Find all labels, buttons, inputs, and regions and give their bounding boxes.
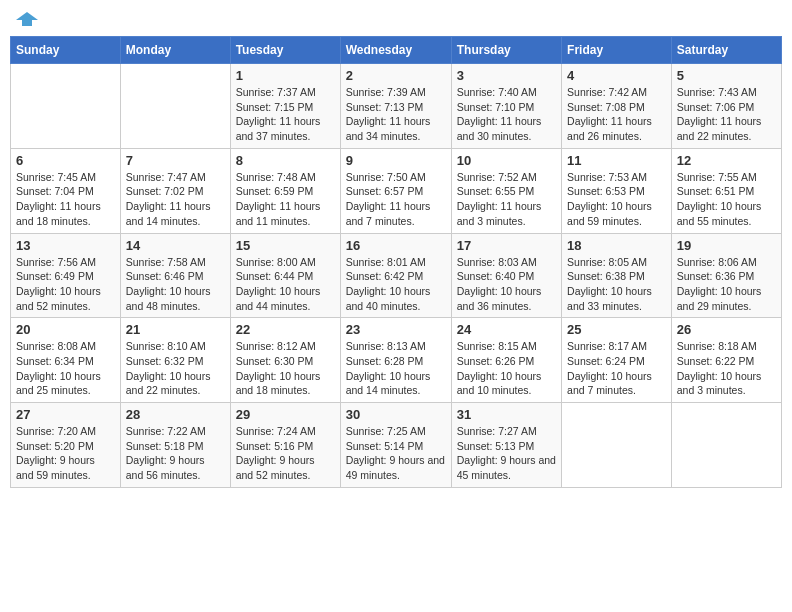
day-number: 2: [346, 68, 446, 83]
calendar-cell: 19Sunrise: 8:06 AM Sunset: 6:36 PM Dayli…: [671, 233, 781, 318]
calendar-cell: 15Sunrise: 8:00 AM Sunset: 6:44 PM Dayli…: [230, 233, 340, 318]
day-number: 20: [16, 322, 115, 337]
day-number: 6: [16, 153, 115, 168]
day-header-friday: Friday: [562, 37, 672, 64]
calendar-cell: 7Sunrise: 7:47 AM Sunset: 7:02 PM Daylig…: [120, 148, 230, 233]
day-info: Sunrise: 7:56 AM Sunset: 6:49 PM Dayligh…: [16, 255, 115, 314]
calendar-cell: 21Sunrise: 8:10 AM Sunset: 6:32 PM Dayli…: [120, 318, 230, 403]
day-number: 30: [346, 407, 446, 422]
day-info: Sunrise: 7:40 AM Sunset: 7:10 PM Dayligh…: [457, 85, 556, 144]
day-number: 28: [126, 407, 225, 422]
day-info: Sunrise: 7:39 AM Sunset: 7:13 PM Dayligh…: [346, 85, 446, 144]
day-number: 15: [236, 238, 335, 253]
calendar-cell: 29Sunrise: 7:24 AM Sunset: 5:16 PM Dayli…: [230, 403, 340, 488]
day-number: 29: [236, 407, 335, 422]
calendar-cell: 18Sunrise: 8:05 AM Sunset: 6:38 PM Dayli…: [562, 233, 672, 318]
day-info: Sunrise: 7:55 AM Sunset: 6:51 PM Dayligh…: [677, 170, 776, 229]
calendar-cell: 16Sunrise: 8:01 AM Sunset: 6:42 PM Dayli…: [340, 233, 451, 318]
day-number: 21: [126, 322, 225, 337]
day-header-monday: Monday: [120, 37, 230, 64]
calendar-cell: 28Sunrise: 7:22 AM Sunset: 5:18 PM Dayli…: [120, 403, 230, 488]
day-info: Sunrise: 7:37 AM Sunset: 7:15 PM Dayligh…: [236, 85, 335, 144]
calendar-cell: 4Sunrise: 7:42 AM Sunset: 7:08 PM Daylig…: [562, 64, 672, 149]
day-info: Sunrise: 8:18 AM Sunset: 6:22 PM Dayligh…: [677, 339, 776, 398]
day-info: Sunrise: 8:13 AM Sunset: 6:28 PM Dayligh…: [346, 339, 446, 398]
day-info: Sunrise: 7:48 AM Sunset: 6:59 PM Dayligh…: [236, 170, 335, 229]
calendar-cell: 14Sunrise: 7:58 AM Sunset: 6:46 PM Dayli…: [120, 233, 230, 318]
calendar-cell: 17Sunrise: 8:03 AM Sunset: 6:40 PM Dayli…: [451, 233, 561, 318]
day-info: Sunrise: 7:58 AM Sunset: 6:46 PM Dayligh…: [126, 255, 225, 314]
day-number: 19: [677, 238, 776, 253]
calendar-cell: 30Sunrise: 7:25 AM Sunset: 5:14 PM Dayli…: [340, 403, 451, 488]
day-number: 16: [346, 238, 446, 253]
day-number: 27: [16, 407, 115, 422]
day-info: Sunrise: 7:47 AM Sunset: 7:02 PM Dayligh…: [126, 170, 225, 229]
day-number: 11: [567, 153, 666, 168]
calendar-cell: 13Sunrise: 7:56 AM Sunset: 6:49 PM Dayli…: [11, 233, 121, 318]
day-info: Sunrise: 7:22 AM Sunset: 5:18 PM Dayligh…: [126, 424, 225, 483]
day-number: 22: [236, 322, 335, 337]
day-header-sunday: Sunday: [11, 37, 121, 64]
calendar-cell: 8Sunrise: 7:48 AM Sunset: 6:59 PM Daylig…: [230, 148, 340, 233]
calendar-cell: 24Sunrise: 8:15 AM Sunset: 6:26 PM Dayli…: [451, 318, 561, 403]
day-info: Sunrise: 8:10 AM Sunset: 6:32 PM Dayligh…: [126, 339, 225, 398]
calendar-cell: 5Sunrise: 7:43 AM Sunset: 7:06 PM Daylig…: [671, 64, 781, 149]
day-number: 25: [567, 322, 666, 337]
day-number: 1: [236, 68, 335, 83]
calendar-cell: 9Sunrise: 7:50 AM Sunset: 6:57 PM Daylig…: [340, 148, 451, 233]
day-info: Sunrise: 7:52 AM Sunset: 6:55 PM Dayligh…: [457, 170, 556, 229]
day-info: Sunrise: 7:20 AM Sunset: 5:20 PM Dayligh…: [16, 424, 115, 483]
day-info: Sunrise: 7:27 AM Sunset: 5:13 PM Dayligh…: [457, 424, 556, 483]
calendar-cell: 6Sunrise: 7:45 AM Sunset: 7:04 PM Daylig…: [11, 148, 121, 233]
calendar-cell: 3Sunrise: 7:40 AM Sunset: 7:10 PM Daylig…: [451, 64, 561, 149]
calendar-cell: 11Sunrise: 7:53 AM Sunset: 6:53 PM Dayli…: [562, 148, 672, 233]
day-number: 8: [236, 153, 335, 168]
calendar-cell: 22Sunrise: 8:12 AM Sunset: 6:30 PM Dayli…: [230, 318, 340, 403]
day-info: Sunrise: 8:15 AM Sunset: 6:26 PM Dayligh…: [457, 339, 556, 398]
day-info: Sunrise: 8:06 AM Sunset: 6:36 PM Dayligh…: [677, 255, 776, 314]
day-info: Sunrise: 7:25 AM Sunset: 5:14 PM Dayligh…: [346, 424, 446, 483]
day-number: 12: [677, 153, 776, 168]
day-number: 10: [457, 153, 556, 168]
calendar-cell: [120, 64, 230, 149]
day-header-thursday: Thursday: [451, 37, 561, 64]
logo-bird-icon: [16, 10, 38, 28]
day-number: 26: [677, 322, 776, 337]
day-info: Sunrise: 7:43 AM Sunset: 7:06 PM Dayligh…: [677, 85, 776, 144]
calendar-cell: 10Sunrise: 7:52 AM Sunset: 6:55 PM Dayli…: [451, 148, 561, 233]
calendar-cell: 2Sunrise: 7:39 AM Sunset: 7:13 PM Daylig…: [340, 64, 451, 149]
day-info: Sunrise: 7:45 AM Sunset: 7:04 PM Dayligh…: [16, 170, 115, 229]
day-number: 7: [126, 153, 225, 168]
svg-marker-0: [16, 12, 38, 26]
day-number: 17: [457, 238, 556, 253]
day-info: Sunrise: 7:53 AM Sunset: 6:53 PM Dayligh…: [567, 170, 666, 229]
day-number: 9: [346, 153, 446, 168]
calendar-cell: [11, 64, 121, 149]
day-info: Sunrise: 8:01 AM Sunset: 6:42 PM Dayligh…: [346, 255, 446, 314]
calendar-cell: [671, 403, 781, 488]
day-info: Sunrise: 8:00 AM Sunset: 6:44 PM Dayligh…: [236, 255, 335, 314]
day-header-wednesday: Wednesday: [340, 37, 451, 64]
calendar-cell: [562, 403, 672, 488]
day-info: Sunrise: 8:17 AM Sunset: 6:24 PM Dayligh…: [567, 339, 666, 398]
day-number: 13: [16, 238, 115, 253]
calendar-cell: 26Sunrise: 8:18 AM Sunset: 6:22 PM Dayli…: [671, 318, 781, 403]
logo: [14, 10, 38, 28]
calendar-cell: 27Sunrise: 7:20 AM Sunset: 5:20 PM Dayli…: [11, 403, 121, 488]
day-info: Sunrise: 7:50 AM Sunset: 6:57 PM Dayligh…: [346, 170, 446, 229]
day-number: 18: [567, 238, 666, 253]
day-info: Sunrise: 8:05 AM Sunset: 6:38 PM Dayligh…: [567, 255, 666, 314]
day-number: 3: [457, 68, 556, 83]
page-header: [10, 10, 782, 28]
day-number: 5: [677, 68, 776, 83]
day-info: Sunrise: 8:08 AM Sunset: 6:34 PM Dayligh…: [16, 339, 115, 398]
calendar-cell: 23Sunrise: 8:13 AM Sunset: 6:28 PM Dayli…: [340, 318, 451, 403]
day-info: Sunrise: 7:42 AM Sunset: 7:08 PM Dayligh…: [567, 85, 666, 144]
calendar-cell: 20Sunrise: 8:08 AM Sunset: 6:34 PM Dayli…: [11, 318, 121, 403]
calendar-cell: 12Sunrise: 7:55 AM Sunset: 6:51 PM Dayli…: [671, 148, 781, 233]
calendar-cell: 1Sunrise: 7:37 AM Sunset: 7:15 PM Daylig…: [230, 64, 340, 149]
day-info: Sunrise: 8:12 AM Sunset: 6:30 PM Dayligh…: [236, 339, 335, 398]
calendar-cell: 25Sunrise: 8:17 AM Sunset: 6:24 PM Dayli…: [562, 318, 672, 403]
day-info: Sunrise: 8:03 AM Sunset: 6:40 PM Dayligh…: [457, 255, 556, 314]
day-number: 24: [457, 322, 556, 337]
